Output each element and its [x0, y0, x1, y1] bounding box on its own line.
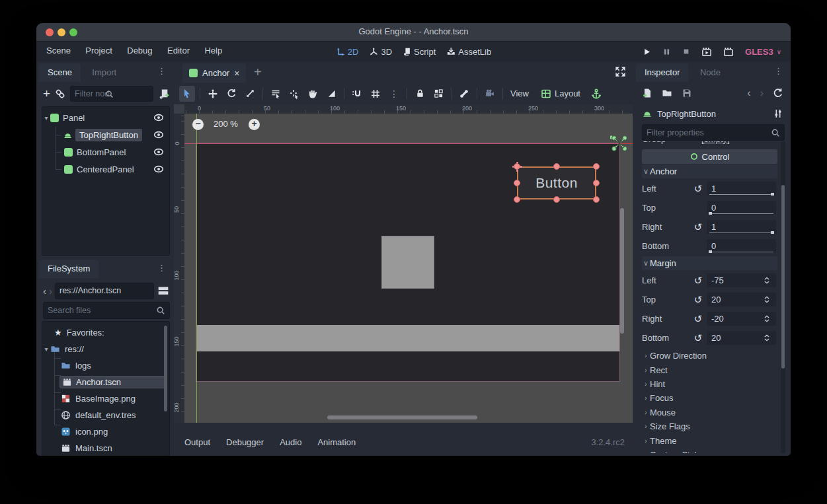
select-tool-button[interactable]	[179, 86, 195, 102]
menu-scene[interactable]: Scene	[40, 42, 77, 59]
pivot-tool-button[interactable]	[286, 86, 302, 102]
nav-forward-icon[interactable]: ›	[49, 285, 52, 297]
resize-handle[interactable]	[593, 180, 600, 186]
menu-help[interactable]: Help	[198, 42, 228, 59]
section-focus[interactable]: ›Focus	[642, 391, 777, 405]
play-button[interactable]	[643, 48, 651, 56]
scene-dock-menu-icon[interactable]: ⋮	[157, 68, 166, 75]
collapse-chevron-icon[interactable]: ▾	[42, 345, 50, 353]
filter-nodes-input[interactable]: Filter nod	[70, 86, 153, 102]
scale-tool-button[interactable]	[242, 86, 258, 102]
nav-back-icon[interactable]: ‹	[43, 285, 46, 297]
switch-3d[interactable]: 3D	[369, 47, 392, 57]
filter-properties-input[interactable]: Filter properties	[642, 124, 785, 141]
resize-handle[interactable]	[553, 196, 560, 203]
revert-icon[interactable]: ↺	[689, 332, 707, 344]
tab-import[interactable]: Import	[83, 63, 125, 82]
load-resource-icon[interactable]	[662, 88, 672, 98]
canvas-vertical-scrollbar[interactable]	[620, 208, 624, 334]
revert-icon[interactable]: ↺	[689, 221, 707, 233]
tab-filesystem[interactable]: FileSystem	[39, 260, 98, 278]
tree-node-bottompanel[interactable]: BottomPanel	[42, 143, 169, 161]
resize-handle[interactable]	[593, 196, 600, 203]
new-tab-button[interactable]: +	[254, 65, 262, 80]
play-scene-button[interactable]	[701, 47, 712, 57]
attach-script-icon[interactable]	[158, 89, 170, 100]
new-resource-icon[interactable]	[642, 88, 652, 98]
anchor-presets-button[interactable]	[588, 86, 604, 102]
tree-node-panel[interactable]: ▾ Panel	[42, 109, 169, 126]
visibility-eye-icon[interactable]	[153, 164, 164, 174]
move-tool-button[interactable]	[205, 86, 221, 102]
fs-logs[interactable]: logs	[42, 357, 169, 374]
menu-project[interactable]: Project	[79, 42, 118, 59]
filesystem-scrollbar[interactable]	[164, 326, 167, 412]
section-anchor[interactable]: ∨Anchor	[642, 164, 777, 178]
display-mode-icon[interactable]	[157, 285, 170, 297]
visibility-eye-icon[interactable]	[153, 112, 164, 123]
search-files-input[interactable]: Search files	[43, 302, 170, 319]
list-select-tool-button[interactable]	[268, 86, 284, 102]
section-size-flags[interactable]: ›Size Flags	[642, 419, 777, 433]
skeleton-options-button[interactable]	[456, 86, 472, 102]
grid-snap-button[interactable]	[368, 86, 383, 102]
anchor-top-value[interactable]: 0	[707, 201, 776, 215]
fs-icon-png[interactable]: icon.png	[42, 423, 169, 440]
path-breadcrumb[interactable]: res://Anchor.tscn	[55, 283, 154, 299]
2d-viewport-canvas[interactable]: 0 50 100 150 200 250 300 0 50 100 150 20…	[174, 104, 633, 423]
save-resource-icon[interactable]	[682, 88, 692, 98]
inspector-scrollbar-track[interactable]	[781, 141, 785, 453]
instance-scene-icon[interactable]	[55, 89, 65, 99]
history-back-icon[interactable]: ‹	[747, 87, 750, 99]
view-menu[interactable]: View	[508, 89, 532, 98]
open-scene-tab[interactable]: Anchor ×	[182, 63, 246, 83]
pan-tool-button[interactable]	[305, 86, 321, 102]
margin-bottom-value[interactable]: 20	[707, 331, 776, 345]
collapse-chevron-icon[interactable]: ▾	[42, 114, 50, 122]
bottom-panel-node[interactable]	[196, 325, 619, 351]
tab-scene[interactable]: Scene	[39, 63, 81, 82]
revert-icon[interactable]: ↺	[689, 294, 707, 306]
section-margin[interactable]: ∨Margin	[642, 256, 777, 270]
section-rect[interactable]: ›Rect	[642, 363, 777, 377]
menu-editor[interactable]: Editor	[161, 42, 196, 59]
zoom-out-button[interactable]: −	[192, 119, 204, 130]
fs-anchor-tscn[interactable]: Anchor.tscn	[42, 374, 169, 390]
visibility-eye-icon[interactable]	[153, 129, 164, 140]
stop-button[interactable]	[682, 48, 690, 55]
history-forward-icon[interactable]: ›	[760, 87, 764, 99]
inspector-dock-menu-icon[interactable]: ⋮	[774, 68, 783, 75]
section-mouse[interactable]: ›Mouse	[642, 406, 777, 419]
layout-menu[interactable]: Layout	[538, 89, 583, 99]
close-tab-icon[interactable]: ×	[234, 68, 239, 79]
add-node-button[interactable]: +	[43, 89, 50, 99]
resize-handle[interactable]	[514, 163, 520, 170]
section-custom-styles[interactable]: ›Custom Styles	[642, 448, 777, 453]
output-button[interactable]: Output	[177, 437, 218, 447]
tree-node-toprightbutton[interactable]: TopRightButton	[42, 126, 169, 143]
fs-res-root[interactable]: ▾ res://	[42, 341, 169, 357]
anchor-right-value[interactable]: 1	[707, 220, 776, 234]
revert-icon[interactable]: ↺	[689, 313, 707, 325]
snap-options-menu[interactable]: ⋮	[386, 86, 402, 102]
filesystem-dock-menu-icon[interactable]: ⋮	[157, 265, 166, 271]
switch-assetlib[interactable]: AssetLib	[446, 47, 491, 57]
anchor-bottom-value[interactable]: 0	[707, 239, 776, 253]
margin-left-value[interactable]: -75	[707, 273, 776, 287]
canvas-horizontal-scrollbar[interactable]	[327, 415, 477, 419]
fs-default-env[interactable]: default_env.tres	[42, 407, 169, 423]
spinner-icon[interactable]	[762, 314, 771, 324]
tab-node[interactable]: Node	[691, 63, 729, 82]
pause-button[interactable]	[662, 48, 671, 56]
inspector-scrollbar[interactable]	[781, 185, 785, 369]
margin-right-value[interactable]: -20	[707, 312, 776, 326]
revert-icon[interactable]: ↺	[689, 275, 707, 287]
section-hint[interactable]: ›Hint	[642, 377, 777, 391]
debugger-button[interactable]: Debugger	[218, 437, 272, 447]
margin-top-value[interactable]: 20	[707, 293, 776, 306]
canvas-work-area[interactable]: − 200 % + Button	[184, 114, 633, 423]
menu-debug[interactable]: Debug	[121, 42, 158, 59]
preview-camera-button[interactable]	[482, 86, 498, 102]
object-history-icon[interactable]	[773, 88, 783, 98]
fs-baseimage-png[interactable]: BaseImage.png	[42, 390, 169, 407]
